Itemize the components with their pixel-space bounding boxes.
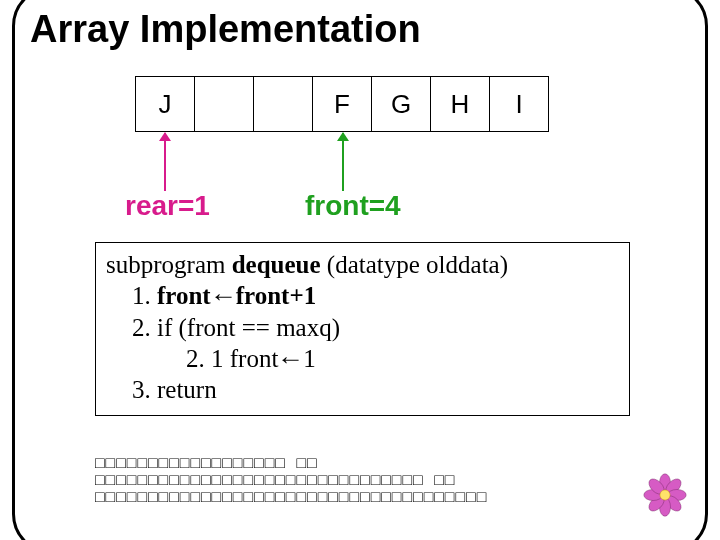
slide: Array Implementation J F G H I rear=1 fr…	[0, 0, 720, 540]
front-pointer-label: front=4	[305, 190, 401, 222]
code-text: subprogram	[106, 251, 232, 278]
array-cell-3	[253, 76, 313, 132]
glyph-row: □□□□□□□□□□□□□□□□□□□□□□□□□□□□□□□□□□□□□	[95, 490, 487, 507]
arrowhead-icon	[159, 132, 171, 141]
code-line-4: 2. 1 front ← 1	[106, 343, 619, 374]
code-var: front+1	[236, 282, 316, 309]
code-line-3: 2. if (front == maxq)	[106, 312, 619, 343]
slide-title: Array Implementation	[30, 8, 421, 51]
svg-point-8	[660, 490, 670, 500]
array-cell-7: I	[489, 76, 549, 132]
code-var: front	[157, 282, 211, 309]
array-cell-2	[194, 76, 254, 132]
rear-pointer-label: rear=1	[125, 190, 210, 222]
array-cell-1: J	[135, 76, 195, 132]
queue-array: J F G H I	[135, 76, 549, 132]
rear-arrow-icon	[164, 133, 166, 191]
code-text: (datatype olddata)	[321, 251, 508, 278]
array-cell-6: H	[430, 76, 490, 132]
code-text: 1.	[132, 282, 157, 309]
code-text: 2. 1 front	[186, 345, 278, 372]
code-line-1: subprogram dequeue (datatype olddata)	[106, 249, 619, 280]
array-cell-4: F	[312, 76, 372, 132]
arrowhead-icon	[337, 132, 349, 141]
front-arrow-icon	[342, 133, 344, 191]
assign-arrow-icon: ←	[209, 280, 237, 311]
pseudocode-box: subprogram dequeue (datatype olddata) 1.…	[95, 242, 630, 416]
code-keyword: dequeue	[232, 251, 321, 278]
code-text: 1	[303, 345, 316, 372]
glyph-row: □□□□□□□□□□□□□□□□□□ □□	[95, 456, 487, 473]
flower-icon	[642, 472, 688, 518]
assign-arrow-icon: ←	[277, 343, 305, 374]
glyph-row: □□□□□□□□□□□□□□□□□□□□□□□□□□□□□□□ □□	[95, 473, 487, 490]
array-cell-5: G	[371, 76, 431, 132]
code-line-2: 1. front ← front+1	[106, 280, 619, 311]
footer-placeholder-glyphs: □□□□□□□□□□□□□□□□□□ □□ □□□□□□□□□□□□□□□□□□…	[95, 456, 487, 506]
code-line-5: 3. return	[106, 374, 619, 405]
